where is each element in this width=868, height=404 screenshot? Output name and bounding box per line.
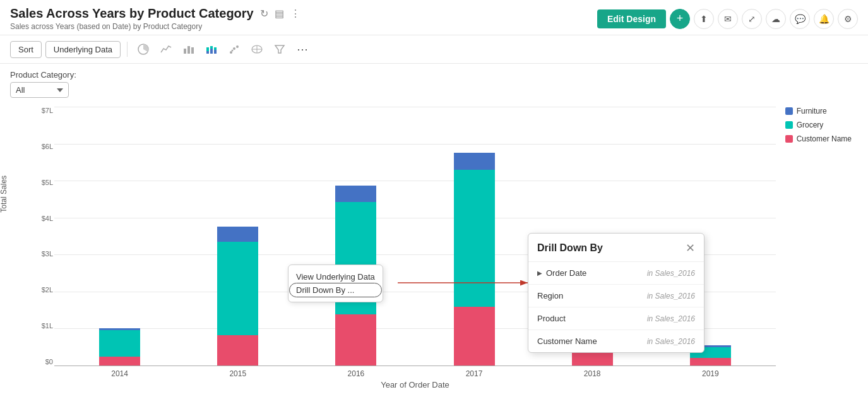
- chart-container: Total Sales $7L $6L $5L $4L $3: [10, 100, 858, 404]
- drill-row-product[interactable]: Product in Sales_2016: [528, 307, 704, 330]
- svg-point-10: [230, 51, 232, 54]
- bar-stack-2015[interactable]: [217, 227, 258, 365]
- x-label-2014: 2014: [101, 369, 139, 378]
- y-tick-2l: $2L: [42, 286, 53, 294]
- settings-icon[interactable]: ⚙: [838, 9, 858, 29]
- filter-label: Product Category:: [10, 70, 858, 80]
- bar-segment-furniture-2017[interactable]: [454, 153, 495, 170]
- bar-segment-grocery-2015[interactable]: [217, 242, 258, 336]
- product-category-filter[interactable]: All Furniture Grocery Stationery: [10, 82, 69, 98]
- share-icon[interactable]: ⤢: [742, 9, 762, 29]
- bar-chart-icon[interactable]: [179, 40, 198, 58]
- legend-label-grocery: Grocery: [797, 121, 824, 129]
- edit-design-button[interactable]: Edit Design: [597, 9, 666, 28]
- legend-color-furniture: [785, 107, 793, 115]
- legend-label-furniture: Furniture: [797, 107, 827, 116]
- tooltip-drill-down[interactable]: Drill Down By ...: [290, 283, 381, 297]
- legend-item-furniture: Furniture: [785, 107, 852, 116]
- bar-segment-stationery-2015[interactable]: [217, 335, 258, 365]
- drill-row-order-date-left: ▶ Order Date: [537, 268, 586, 278]
- svg-point-12: [236, 45, 239, 48]
- toolbar-separator: [127, 42, 128, 57]
- svg-rect-7: [210, 46, 213, 49]
- bar-segment-furniture-2015[interactable]: [217, 227, 258, 242]
- pie-chart-icon[interactable]: [134, 40, 153, 58]
- bar-segment-stationery-2019[interactable]: [690, 358, 731, 365]
- toolbar: Sort Underlying Data ⋯: [0, 35, 868, 64]
- bar-segment-furniture-2016[interactable]: [335, 186, 376, 202]
- scatter-icon[interactable]: [225, 40, 244, 58]
- comment-icon[interactable]: 💬: [790, 9, 810, 29]
- view-icon[interactable]: ▤: [273, 6, 285, 21]
- bar-stack-2014[interactable]: [99, 328, 140, 365]
- drill-row-customer[interactable]: Customer Name in Sales_2016: [528, 330, 704, 352]
- drill-label-order-date: Order Date: [546, 268, 586, 278]
- svg-rect-5: [206, 47, 209, 51]
- svg-point-13: [232, 50, 234, 52]
- cloud-icon[interactable]: ☁: [766, 9, 786, 29]
- drill-down-panel: Drill Down By ✕ ▶ Order Date in Sales_20…: [528, 233, 705, 353]
- sort-button[interactable]: Sort: [10, 41, 42, 58]
- svg-rect-2: [187, 46, 190, 54]
- more-chart-options-button[interactable]: ⋯: [293, 40, 312, 58]
- y-tick-1l: $1L: [42, 322, 53, 330]
- title-icons: ↻ ▤ ⋮: [259, 6, 302, 21]
- bar-segment-stationery-2017[interactable]: [454, 307, 495, 365]
- y-tick-6l: $6L: [42, 143, 53, 150]
- add-button[interactable]: +: [670, 9, 690, 29]
- svg-rect-9: [214, 47, 217, 50]
- svg-marker-17: [275, 45, 284, 53]
- y-tick-0: $0: [45, 358, 53, 365]
- main-title-row: Sales Across Years by Product Category ↻…: [10, 6, 302, 21]
- tooltip-view-underlying[interactable]: View Underlying Data: [296, 270, 375, 283]
- x-label-2017: 2017: [455, 369, 493, 378]
- x-labels: 2014 2015 2016 2017 2018 2019: [54, 369, 776, 378]
- y-axis-ticks: $7L $6L $5L $4L $3L $2L $1L $0: [23, 107, 53, 365]
- line-chart-icon[interactable]: [157, 40, 175, 58]
- drill-source-region: in Sales_2016: [647, 292, 695, 300]
- tooltip-popup: View Underlying Data Drill Down By ...: [288, 264, 383, 302]
- page-title: Sales Across Years by Product Category: [10, 6, 254, 21]
- email-icon[interactable]: ✉: [718, 9, 738, 29]
- bar-group-2017[interactable]: [454, 153, 495, 365]
- top-right-actions: Edit Design + ⬆ ✉ ⤢ ☁ 💬 🔔 ⚙: [597, 9, 858, 29]
- drill-label-customer: Customer Name: [537, 336, 597, 346]
- bar-group-2015[interactable]: [217, 227, 258, 365]
- legend-label-stationery: Customer Name: [797, 134, 852, 143]
- more-options-icon[interactable]: ⋮: [289, 6, 302, 21]
- x-label-2016: 2016: [337, 369, 375, 378]
- drill-row-customer-left: Customer Name: [537, 336, 597, 346]
- bar-stack-2017[interactable]: [454, 153, 495, 365]
- svg-rect-3: [191, 47, 194, 54]
- drill-panel-close-button[interactable]: ✕: [686, 241, 695, 255]
- export-icon[interactable]: ⬆: [694, 9, 714, 29]
- bar-segment-stationery-2016[interactable]: [335, 314, 376, 365]
- bar-segment-stationery-2014[interactable]: [99, 357, 140, 365]
- stacked-bar-icon[interactable]: [202, 40, 221, 58]
- filter-icon[interactable]: [270, 40, 289, 58]
- svg-rect-8: [214, 50, 217, 54]
- refresh-icon[interactable]: ↻: [259, 6, 270, 21]
- y-axis-label: Total Sales: [0, 175, 8, 213]
- bar-segment-grocery-2014[interactable]: [99, 330, 140, 357]
- drill-row-region[interactable]: Region in Sales_2016: [528, 285, 704, 307]
- bar-group-2014[interactable]: [99, 328, 140, 365]
- alert-icon[interactable]: 🔔: [814, 9, 834, 29]
- y-tick-5l: $5L: [42, 179, 53, 186]
- drill-panel-title: Drill Down By: [537, 242, 603, 254]
- legend-item-stationery: Customer Name: [785, 134, 852, 143]
- y-tick-4l: $4L: [42, 215, 53, 222]
- page-subtitle: Sales across Years (based on Date) by Pr…: [10, 22, 302, 31]
- drill-source-order-date: in Sales_2016: [647, 269, 695, 278]
- drill-row-product-left: Product: [537, 314, 566, 323]
- legend: Furniture Grocery Customer Name: [785, 107, 852, 143]
- x-axis-label: Year of Order Date: [54, 380, 776, 389]
- bar-segment-grocery-2017[interactable]: [454, 170, 495, 307]
- drill-source-customer: in Sales_2016: [647, 337, 695, 346]
- map-icon[interactable]: [247, 40, 266, 58]
- legend-color-stationery: [785, 135, 793, 143]
- top-bar: Sales Across Years by Product Category ↻…: [0, 0, 868, 35]
- drill-row-order-date[interactable]: ▶ Order Date in Sales_2016: [528, 262, 704, 285]
- underlying-data-button[interactable]: Underlying Data: [45, 41, 121, 58]
- svg-rect-4: [206, 51, 209, 54]
